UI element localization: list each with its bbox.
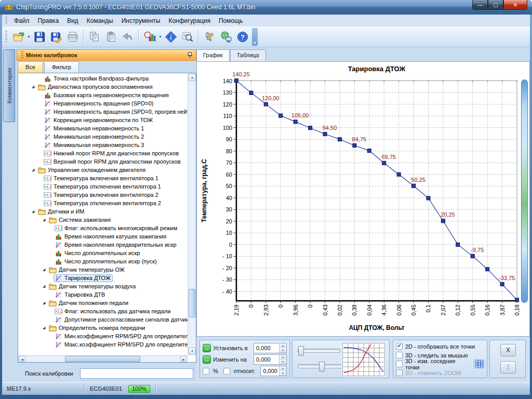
tools-button[interactable]	[201, 29, 218, 45]
spin-down-icon[interactable]: ▼	[280, 371, 286, 376]
menu-item[interactable]: Вид	[63, 16, 83, 26]
tree-item[interactable]: Время накопления катушек зажигания	[19, 232, 188, 241]
menu-item[interactable]: Инструменты	[117, 16, 165, 26]
apply-set-button[interactable]: →	[203, 344, 211, 352]
pin-icon[interactable]	[187, 52, 193, 59]
expander-icon[interactable]: ◢	[43, 301, 48, 305]
online-update-button[interactable]	[218, 29, 234, 45]
tree-item[interactable]: Время накопления предварительных искр	[19, 241, 188, 249]
tree-item[interactable]: Минимальная неравномерность 1	[19, 124, 188, 132]
menu-item[interactable]: Конфигурация	[164, 16, 215, 26]
set-value-spinner[interactable]: 0,000 ▲▼	[254, 343, 287, 353]
scroll-left-icon[interactable]: ◀	[19, 356, 25, 362]
horizontal-scrollbar[interactable]: ◀ ▶	[18, 355, 188, 362]
tree-item[interactable]: 1.2Флаг: использовать многоискровый режи…	[19, 224, 188, 232]
menu-item[interactable]: Файл	[10, 16, 34, 26]
smoothing-slider-1[interactable]	[298, 349, 340, 353]
checkbox[interactable]	[396, 343, 403, 350]
toolbar-overflow-button[interactable]: ▼	[252, 28, 258, 46]
menu-item[interactable]: Команды	[83, 16, 117, 26]
spin-up-icon[interactable]: ▲	[280, 343, 286, 348]
expander-icon[interactable]: ◢	[32, 85, 37, 89]
tree-item[interactable]: ◢Датчик положения педали	[19, 299, 188, 307]
z-axis-button[interactable]: Z	[500, 361, 516, 374]
relative-value-spinner[interactable]: 0,000 ▲▼	[260, 366, 287, 376]
tab-filter[interactable]: Фильтр	[44, 61, 79, 73]
expander-icon[interactable]: ◢	[43, 218, 48, 222]
apply-change-button[interactable]: →	[203, 355, 211, 364]
z-scale-slider[interactable]	[521, 79, 528, 303]
chart-view-dropdown-icon[interactable]: ▼	[158, 29, 163, 45]
scroll-down-icon[interactable]: ▼	[189, 348, 196, 355]
tree-item[interactable]: Коррекция неравномерности по ТОЖ	[19, 116, 188, 124]
tree-item[interactable]: ◢Датчик температуры ОЖ	[19, 265, 188, 274]
change-value-spinner[interactable]: 0,000 ▲▼	[254, 354, 287, 365]
tree-item[interactable]: ◢Система зажигания	[19, 216, 188, 224]
menu-item[interactable]: Правка	[34, 16, 63, 26]
comments-vertical-tab[interactable]: Комментарии	[3, 49, 15, 122]
tree-item[interactable]: 1.2Температура отключения вентилятора 2	[19, 199, 188, 207]
tree-item[interactable]: Неравномерность вращения (SPD=0)	[19, 99, 188, 108]
graph-option[interactable]: 3D - изм. соседние точки	[396, 360, 484, 368]
search-input[interactable]	[80, 368, 193, 379]
chart-view-button[interactable]	[141, 29, 158, 45]
panel-grip[interactable]	[21, 51, 23, 59]
tab-graph[interactable]: График	[196, 49, 230, 61]
tree-item[interactable]: Макс.коэффициент RPM/SPD для определител	[19, 340, 188, 349]
tree-item[interactable]: ◢Определитель номера передачи	[19, 324, 188, 332]
slider-thumb[interactable]	[319, 362, 325, 371]
grid-icon[interactable]	[474, 360, 484, 368]
tree-item[interactable]: Мин.коэффициент RPM/SPD для определителя	[19, 332, 188, 340]
smoothing-slider-2[interactable]	[298, 364, 344, 368]
expander-icon[interactable]: ◢	[43, 268, 48, 272]
tree-item[interactable]: Неравномерность вращения (SPD=0, прогрев…	[19, 108, 188, 116]
help-button[interactable]: ?	[234, 29, 251, 45]
toolbar-grip[interactable]	[5, 31, 7, 43]
close-button[interactable]: ✕	[503, 0, 527, 10]
tab-table[interactable]: Таблица	[230, 49, 266, 61]
tree-item[interactable]: Число дополнительных искр	[19, 249, 188, 257]
spin-down-icon[interactable]: ▼	[280, 348, 286, 353]
maximize-button[interactable]: ▢	[488, 0, 503, 10]
tree-item[interactable]: 1.2Температура отключения вентилятора 1	[19, 182, 188, 191]
expander-icon[interactable]: ◢	[32, 209, 37, 214]
tree-item[interactable]: Минимальная неравномерность 2	[19, 132, 188, 141]
tree-item[interactable]: Минимальная неравномерность 3	[19, 141, 188, 149]
undo-button[interactable]	[119, 29, 136, 45]
tree-item[interactable]: Тарировка ДТВ	[19, 290, 188, 299]
tree-item[interactable]: Допустимое рассогласование сигналов датч…	[19, 315, 188, 324]
open-dropdown-icon[interactable]: ▼	[26, 29, 31, 45]
scroll-thumb[interactable]	[189, 289, 195, 317]
tree-item[interactable]: ◢Датчики и ИМ	[19, 207, 188, 216]
percent-checkbox[interactable]	[203, 368, 209, 375]
print-button[interactable]	[64, 29, 81, 45]
spin-up-icon[interactable]: ▲	[280, 366, 286, 371]
tab-all[interactable]: Все	[18, 61, 43, 73]
spin-down-icon[interactable]: ▼	[280, 360, 286, 364]
minimize-button[interactable]: —	[472, 0, 488, 10]
expander-icon[interactable]: ◢	[32, 168, 37, 172]
copy-button[interactable]	[86, 29, 103, 45]
spin-up-icon[interactable]: ▲	[280, 355, 286, 360]
tree-item[interactable]: Тарировка ДТОЖ	[19, 274, 188, 282]
checkbox[interactable]	[396, 369, 403, 376]
save-edit-button[interactable]	[48, 29, 64, 45]
menu-item[interactable]: Помощь	[215, 16, 247, 26]
open-file-button[interactable]	[10, 29, 26, 45]
relative-checkbox[interactable]	[223, 368, 230, 375]
tree-item[interactable]: 1.2Нижний порог RPM для диагностики проп…	[19, 149, 188, 157]
paste-button[interactable]	[103, 29, 119, 45]
tree-item[interactable]: 1.2Температура включения вентилятора 1	[19, 174, 188, 182]
toolbar-grip[interactable]	[5, 17, 7, 25]
info-button[interactable]: i	[163, 29, 179, 45]
save-button[interactable]	[31, 29, 48, 45]
scroll-thumb[interactable]	[65, 356, 140, 362]
title-bar[interactable]: ChipTuningPRO ver.7.5.0.1007 - ECG403E01…	[0, 0, 532, 15]
tree-item[interactable]: ◢Диагностика пропусков воспламенения	[19, 83, 188, 91]
slider-thumb[interactable]	[298, 346, 304, 356]
x-axis-button[interactable]: X	[500, 344, 516, 356]
expander-icon[interactable]: ◢	[43, 284, 48, 288]
tree-item[interactable]: 1.2Верхний порог RPM для диагностики про…	[19, 157, 188, 166]
tree-item[interactable]: 1.2Температура включения вентилятора 2	[19, 191, 188, 199]
zoom-100-button[interactable]: 100	[179, 29, 196, 45]
